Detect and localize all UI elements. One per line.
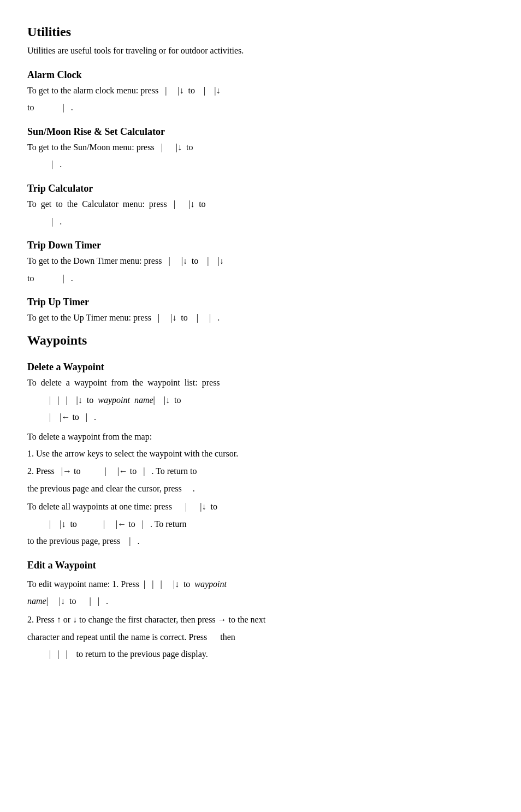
down-all-2: |↓ bbox=[60, 519, 66, 529]
down-ut-1: |↓ bbox=[170, 313, 176, 322]
trip-down-timer-heading: Trip Down Timer bbox=[27, 238, 494, 253]
pipe-tc-1: | bbox=[169, 199, 186, 209]
trip-down-timer-section: Trip Down Timer To get to the Down Timer… bbox=[27, 238, 494, 285]
delete-waypoint-subsection: Delete a Waypoint To delete a waypoint f… bbox=[27, 360, 494, 548]
down-tc-1: |↓ bbox=[188, 199, 194, 209]
delete-all-waypoints: To delete all waypoints at one time: pre… bbox=[27, 500, 494, 514]
trip-calculator-description: To get to the Calculator menu: press | |… bbox=[27, 197, 494, 211]
delete-from-map-step1: 1. Use the arrow keys to select the wayp… bbox=[27, 447, 494, 461]
delete-from-map-intro: To delete a waypoint from the map: bbox=[27, 430, 494, 444]
edit-waypoint-step2c: | | | to return to the previous page dis… bbox=[49, 647, 494, 661]
to-text-1: to bbox=[186, 86, 202, 95]
pipe-1: | bbox=[161, 86, 175, 95]
trip-calculator-continuation: | . bbox=[27, 215, 494, 229]
edit-waypoint-subsection: Edit a Waypoint To edit waypoint name: 1… bbox=[27, 558, 494, 661]
to-dt-1: to bbox=[190, 256, 205, 265]
delete-all-waypoints3: to the previous page, press | . bbox=[27, 534, 494, 548]
down-arrow-2: |↓ bbox=[214, 86, 220, 95]
pipe-ut-1: | bbox=[153, 313, 168, 322]
trip-calculator-section: Trip Calculator To get to the Calculator… bbox=[27, 181, 494, 228]
edit-waypoint-step1: To edit waypoint name: 1. Press | | | |↓… bbox=[27, 577, 494, 591]
left-map-1: |← to bbox=[117, 466, 137, 476]
sunmoon-section: Sun/Moon Rise & Set Calculator To get to… bbox=[27, 125, 494, 171]
edit-waypoint-heading: Edit a Waypoint bbox=[27, 558, 494, 573]
delete-waypoint-heading: Delete a Waypoint bbox=[27, 360, 494, 375]
to-sm-1: to bbox=[184, 143, 193, 152]
down-arrow-1: |↓ bbox=[177, 86, 183, 95]
pipe-ut-3: | . bbox=[209, 313, 220, 322]
edit-waypoint-step2b: character and repeat until the name is c… bbox=[27, 630, 494, 644]
sunmoon-heading: Sun/Moon Rise & Set Calculator bbox=[27, 125, 494, 139]
down-dt-1: |↓ bbox=[181, 256, 187, 265]
trip-up-timer-section: Trip Up Timer To get to the Up Timer men… bbox=[27, 295, 494, 325]
left-dw-1: |← to bbox=[60, 412, 79, 422]
pipe-sm-1: | bbox=[157, 143, 174, 152]
trip-down-timer-description: To get to the Down Timer menu: press | |… bbox=[27, 254, 494, 268]
alarm-clock-heading: Alarm Clock bbox=[27, 68, 494, 82]
trip-up-timer-heading: Trip Up Timer bbox=[27, 295, 494, 310]
delete-all-waypoints2: | |↓ to | |← to | . To return bbox=[49, 517, 494, 531]
sunmoon-continuation: | . bbox=[27, 157, 494, 171]
down-all-1: |↓ bbox=[200, 502, 206, 511]
pipe-dt-2: | bbox=[207, 256, 215, 265]
waypoints-section: Waypoints Delete a Waypoint To delete a … bbox=[27, 330, 494, 661]
page-title: Utilities bbox=[27, 22, 494, 42]
down-ew-2: |↓ bbox=[59, 596, 65, 606]
page-subtitle: Utilities are useful tools for traveling… bbox=[27, 44, 494, 58]
down-dw-1: |↓ bbox=[76, 395, 82, 405]
right-map-1: |→ to bbox=[61, 466, 81, 476]
trip-up-timer-description: To get to the Up Timer menu: press | |↓ … bbox=[27, 311, 494, 325]
alarm-clock-section: Alarm Clock To get to the alarm clock me… bbox=[27, 68, 494, 115]
edit-waypoint-step2: 2. Press ↑ or ↓ to change the first char… bbox=[27, 613, 494, 627]
edit-waypoint-step1b: name| |↓ to | | . bbox=[27, 594, 494, 608]
down-sm-1: |↓ bbox=[176, 143, 182, 152]
delete-waypoint-keys: | | | |↓ to waypoint name| |↓ to bbox=[49, 393, 494, 407]
delete-from-map-step2: 2. Press |→ to | |← to | . To return to bbox=[27, 464, 494, 478]
alarm-clock-description: To get to the alarm clock menu: press | … bbox=[27, 84, 494, 98]
pipe-dt-1: | bbox=[164, 256, 179, 265]
alarm-clock-continuation: to | . bbox=[27, 100, 494, 115]
down-dw-2: |↓ bbox=[164, 395, 170, 405]
pipe-ut-2: | bbox=[197, 313, 207, 322]
waypoints-heading: Waypoints bbox=[27, 330, 494, 350]
delete-waypoint-keys2: | |← to | . bbox=[49, 410, 494, 424]
to-tc-1: to bbox=[197, 199, 205, 209]
trip-down-timer-continuation: to | . bbox=[27, 271, 494, 286]
down-ew-1: |↓ bbox=[173, 579, 179, 589]
pipe-2: | bbox=[204, 86, 212, 95]
to-ut-1: to bbox=[179, 313, 194, 322]
delete-waypoint-list-description: To delete a waypoint from the waypoint l… bbox=[27, 376, 494, 390]
left-all-1: |← to bbox=[116, 519, 135, 529]
delete-from-map-step2b: the previous page and clear the cursor, … bbox=[27, 482, 494, 496]
sunmoon-description: To get to the Sun/Moon menu: press | |↓ … bbox=[27, 140, 494, 155]
page-container: Utilities Utilities are useful tools for… bbox=[27, 22, 494, 661]
down-dt-2: |↓ bbox=[217, 256, 223, 265]
trip-calculator-heading: Trip Calculator bbox=[27, 181, 494, 196]
